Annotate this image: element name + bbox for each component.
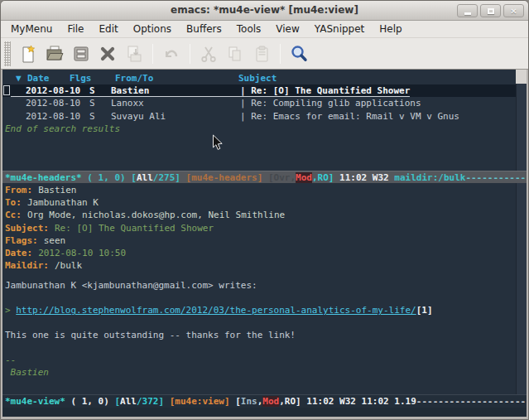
modeline-position: ( 1, 0) — [65, 396, 115, 407]
modeline-count: /275 — [153, 172, 176, 183]
field-value-maildir: /bulk — [55, 260, 82, 271]
row-flags: S — [89, 110, 111, 123]
undo-button[interactable] — [159, 41, 184, 66]
emacs-window: emacs: *mu4e-view* [mu4e:view] ✕ MyMenu … — [0, 0, 529, 420]
cut-button[interactable] — [196, 41, 221, 66]
field-label-subject: Subject: — [5, 223, 49, 234]
undo-icon — [162, 45, 180, 63]
menu-help[interactable]: Help — [372, 22, 409, 36]
field-label-date: Date: — [5, 248, 32, 258]
modeline-modified-flag[interactable]: Mod — [296, 172, 312, 183]
frame-inner-border: ▼ Date Flgs From/To Subject 2012-08-10 S… — [1, 70, 528, 419]
signature-name: Bastien — [2, 366, 527, 379]
scrollbar-track — [516, 70, 527, 84]
close-x-icon — [99, 45, 117, 63]
mu4e-headers-window: ▼ Date Flgs From/To Subject 2012-08-10 S… — [2, 70, 527, 171]
row-flags: S — [89, 97, 111, 109]
menu-file[interactable]: File — [60, 22, 91, 36]
mu4e-headers-modeline: *mu4e-headers* ( 1, 0) [All/275] [mu4e-h… — [2, 171, 527, 183]
message-body: Jambunathan K <kjambunathan@gmail.com> w… — [2, 279, 527, 379]
toolbar-separator — [190, 44, 190, 64]
modeline-position: ( 1, 0) — [82, 172, 132, 183]
end-of-search-results-text: End of search results — [2, 123, 527, 135]
column-header-subject[interactable]: Subject — [238, 72, 277, 84]
row-from: Lanoxx — [111, 97, 240, 109]
new-file-button[interactable] — [16, 41, 41, 66]
modeline-filler-dashes: ------------ — [465, 172, 527, 183]
menu-options[interactable]: Options — [126, 22, 179, 36]
field-value-date: 2012-08-10 10:50 — [38, 248, 126, 258]
menu-tools[interactable]: Tools — [229, 22, 269, 36]
row-subject: | Re: Compiling glib applications — [240, 97, 421, 109]
blank-line — [2, 292, 527, 304]
menu-mymenu[interactable]: MyMenu — [3, 22, 60, 36]
field-label-cc: Cc: — [5, 210, 22, 220]
close-buffer-button[interactable] — [95, 41, 120, 66]
quote-mark: > — [5, 305, 16, 316]
minimize-button[interactable] — [457, 4, 478, 17]
field-value-to: Jambunathan K — [27, 197, 99, 208]
modeline-time: 11:02 W32 — [339, 172, 394, 183]
blank-line — [2, 341, 527, 354]
field-value-flags: seen — [44, 235, 66, 246]
hollow-text-cursor — [3, 85, 10, 95]
mouse-cursor — [212, 134, 224, 152]
row-date: 2012-08-10 — [26, 84, 89, 96]
modeline-modified-flag[interactable]: Mod — [262, 396, 279, 407]
modeline-maildir: maildir:/bulk — [394, 172, 465, 183]
modeline-major-mode[interactable]: [mu4e:view] — [170, 396, 235, 407]
modeline-readonly-flag[interactable]: RO — [318, 172, 329, 183]
menu-buffers[interactable]: Buffers — [179, 22, 229, 36]
paste-icon — [252, 45, 271, 63]
blank-line — [2, 316, 527, 329]
menu-view[interactable]: View — [268, 22, 306, 36]
echo-area[interactable] — [2, 408, 527, 417]
message-url-link[interactable]: http://blog.stephenwolfram.com/2012/03/t… — [16, 305, 416, 316]
search-button[interactable] — [286, 41, 311, 66]
search-icon — [289, 44, 309, 64]
toolbar-drag-handle[interactable] — [4, 41, 11, 66]
maximize-button[interactable] — [480, 4, 501, 17]
field-label-from: From: — [5, 185, 32, 196]
modeline-buffer-name: *mu4e-headers* — [5, 172, 82, 183]
open-file-button[interactable] — [42, 41, 67, 66]
new-file-icon — [19, 45, 37, 63]
close-button[interactable]: ✕ — [503, 4, 524, 17]
column-header-from[interactable]: From/To — [115, 72, 153, 84]
column-header-flags[interactable]: Flgs — [70, 72, 92, 84]
modeline-major-mode[interactable]: [mu4e-headers] — [186, 172, 268, 183]
maximize-icon — [488, 8, 494, 14]
column-header-date[interactable]: Date — [27, 72, 50, 84]
title-bar[interactable]: emacs: *mu4e-view* [mu4e:view] ✕ — [1, 1, 528, 21]
row-subject: | Re: [O] The Quantified Shower — [240, 84, 410, 96]
view-scrollbar[interactable] — [516, 183, 527, 394]
headers-scrollbar[interactable] — [516, 70, 527, 171]
minimize-icon — [464, 12, 471, 15]
message-row-selected[interactable]: 2012-08-10 S Bastien | Re: [O] The Quant… — [2, 84, 527, 97]
message-row[interactable]: 2012-08-10 S Lanoxx | Re: Compiling glib… — [2, 97, 527, 109]
field-value-subject: Re: [O] The Quantified Shower — [55, 223, 214, 234]
copy-button[interactable] — [223, 41, 248, 66]
cut-icon — [200, 45, 218, 63]
window-buttons: ✕ — [457, 4, 524, 17]
paste-button[interactable] — [249, 41, 274, 66]
copy-icon — [226, 45, 244, 63]
close-icon: ✕ — [510, 7, 517, 16]
menu-yasnippet[interactable]: YASnippet — [307, 22, 373, 36]
window-title: emacs: *mu4e-view* [mu4e:view] — [1, 4, 528, 16]
modeline-filler-dashes: -------------------- — [416, 396, 526, 407]
modeline-ovr: Ovr — [274, 172, 291, 183]
save-as-button[interactable] — [122, 41, 147, 66]
menu-bar: MyMenu File Edit Options Buffers Tools V… — [1, 21, 528, 38]
modeline-all: All — [137, 172, 153, 183]
save-button[interactable] — [69, 41, 94, 66]
mu4e-view-window: From:Bastien To:Jambunathan K Cc:Org Mod… — [2, 183, 527, 394]
sort-direction-icon[interactable]: ▼ — [16, 72, 22, 84]
modeline-ins: Ins — [241, 396, 257, 407]
message-row[interactable]: 2012-08-10 S Suvayu Ali | Re: Emacs for … — [2, 110, 527, 123]
modeline-readonly-flag[interactable]: RO — [285, 396, 296, 407]
menu-edit[interactable]: Edit — [92, 22, 126, 36]
comment-line: This one is quite outstanding -- thanks … — [2, 329, 527, 341]
signature-separator: -- — [2, 354, 527, 366]
field-label-flags: Flags: — [5, 235, 38, 246]
